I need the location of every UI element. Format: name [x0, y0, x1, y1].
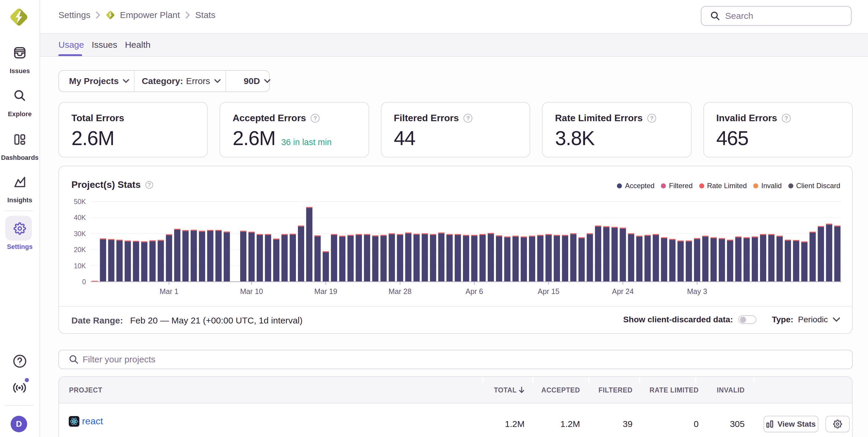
svg-text:Apr 6: Apr 6	[466, 287, 483, 296]
svg-text:30K: 30K	[74, 230, 86, 238]
svg-text:10K: 10K	[74, 262, 86, 270]
svg-text:Apr 15: Apr 15	[538, 287, 560, 296]
svg-text:Mar 10: Mar 10	[240, 287, 263, 296]
svg-text:20K: 20K	[74, 246, 86, 254]
svg-text:0: 0	[82, 278, 86, 286]
svg-text:Apr 24: Apr 24	[612, 287, 634, 296]
svg-text:Mar 1: Mar 1	[160, 287, 179, 296]
svg-text:Mar 19: Mar 19	[314, 287, 337, 296]
svg-text:Mar 28: Mar 28	[389, 287, 411, 296]
svg-text:40K: 40K	[74, 214, 86, 222]
svg-text:May 3: May 3	[687, 287, 707, 296]
svg-text:50K: 50K	[74, 198, 86, 205]
